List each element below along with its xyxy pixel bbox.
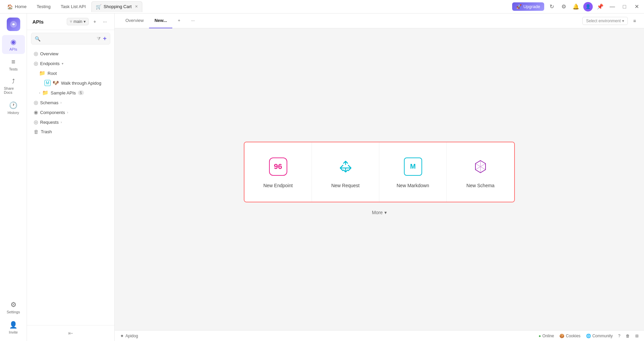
more-tabs-button[interactable]: ··· <box>186 13 200 28</box>
invite-icon: 👤 <box>9 321 18 329</box>
maximize-icon[interactable]: □ <box>620 2 629 11</box>
markdown-icon: M <box>45 80 51 86</box>
delete-button[interactable]: 🗑 <box>626 334 630 338</box>
bottom-bar: ✦ Apidog ● Online 🍪 Cookies 🌐 Community … <box>115 330 644 341</box>
sample-apis-chevron-icon: › <box>39 91 40 95</box>
settings-icon[interactable]: ⚙ <box>559 2 568 11</box>
markdown-card-icon: M <box>402 156 424 177</box>
tree-item-sample-apis[interactable]: › 📁 Sample APIs 5 <box>28 88 113 97</box>
new-request-card[interactable]: New Request <box>312 142 379 202</box>
new-schema-card[interactable]: New Schema <box>447 142 514 202</box>
sidebar-item-history[interactable]: 🕐 History <box>2 98 25 117</box>
pin-icon[interactable]: 📌 <box>595 2 605 11</box>
sidebar-item-tests[interactable]: ≡ Tests <box>2 55 25 74</box>
env-chevron-icon: ▾ <box>622 19 624 23</box>
tests-icon: ≡ <box>11 58 16 66</box>
tab-task-list-api[interactable]: Task List API <box>56 1 90 12</box>
content-header-right: Select environment ▾ ≡ <box>582 17 639 25</box>
panel-header-right: ⑂ main ▾ + ··· <box>67 18 109 26</box>
online-status[interactable]: ● Online <box>538 334 554 338</box>
sidebar-item-share-docs[interactable]: ⤴ Share Docs <box>2 75 25 97</box>
new-endpoint-card[interactable]: 96 New Endpoint <box>244 142 312 202</box>
help-button[interactable]: ? <box>618 334 620 338</box>
markdown-icon-card: M <box>404 158 422 176</box>
tab-new[interactable]: New... <box>149 13 172 28</box>
new-schema-label: New Schema <box>466 183 494 188</box>
tree-item-schemas[interactable]: ◎ Schemas › <box>28 98 113 107</box>
sample-apis-badge: 5 <box>78 90 84 95</box>
shopping-cart-icon: 🛒 <box>96 4 101 9</box>
title-bar: 🏠 Home Testing Task List API 🛒 Shopping … <box>0 0 644 13</box>
close-window-icon[interactable]: ✕ <box>632 2 641 11</box>
minimize-icon[interactable]: — <box>608 2 617 11</box>
new-request-label: New Request <box>331 183 359 188</box>
refresh-icon[interactable]: ↻ <box>547 2 556 11</box>
more-options-icon[interactable]: ··· <box>101 18 109 26</box>
terminal-button[interactable]: ⊞ <box>635 334 639 338</box>
schemas-chevron-icon: › <box>60 101 61 105</box>
content-header: Overview New... + ··· Select environment… <box>115 13 644 28</box>
tree-item-components[interactable]: ◉ Components › <box>28 108 113 117</box>
titlebar-right: 🚀 Upgrade ↻ ⚙ 🔔 👤 📌 — □ ✕ <box>512 2 641 11</box>
online-icon: ● <box>538 334 541 338</box>
avatar[interactable]: 👤 <box>583 2 593 11</box>
schema-card-icon <box>470 156 491 177</box>
sidebar-item-invite[interactable]: 👤 Invite <box>2 318 25 337</box>
overview-icon: ◎ <box>34 51 38 57</box>
new-markdown-card[interactable]: M New Markdown <box>379 142 447 202</box>
history-icon: 🕐 <box>9 101 18 109</box>
components-icon: ◉ <box>34 109 38 115</box>
cookies-button[interactable]: 🍪 Cookies <box>559 334 580 338</box>
notification-icon[interactable]: 🔔 <box>571 2 581 11</box>
rocket-icon: 🚀 <box>516 4 522 9</box>
tree-item-requests[interactable]: ◎ Requests › <box>28 117 113 127</box>
tab-home[interactable]: 🏠 Home <box>3 1 31 12</box>
request-card-icon <box>335 156 356 177</box>
tree-item-trash[interactable]: 🗑 Trash <box>28 127 113 136</box>
tree-item-overview[interactable]: ◎ Overview <box>28 49 113 58</box>
search-input[interactable] <box>42 36 95 41</box>
tree-item-root[interactable]: 📁 Root <box>28 68 113 78</box>
share-docs-icon: ⤴ <box>12 78 15 85</box>
upgrade-button[interactable]: 🚀 Upgrade <box>512 2 544 11</box>
schemas-icon: ◎ <box>34 100 38 106</box>
new-endpoint-label: New Endpoint <box>263 183 293 188</box>
filter-icon[interactable]: ⧩ <box>97 36 101 41</box>
gear-icon: ⚙ <box>10 301 17 309</box>
delete-icon: 🗑 <box>626 334 630 338</box>
panel-header: APIs ⑂ main ▾ + ··· <box>27 13 114 30</box>
apidog-brand: ✦ Apidog <box>120 333 138 339</box>
collapse-panel-button[interactable]: ⇤ <box>65 328 76 338</box>
menu-icon[interactable]: ≡ <box>631 17 639 25</box>
environment-selector[interactable]: Select environment ▾ <box>582 17 628 25</box>
community-button[interactable]: 🌐 Community <box>586 334 613 338</box>
cards-wrapper: 96 New Endpoint <box>244 142 515 217</box>
close-tab-icon[interactable]: ✕ <box>135 4 138 9</box>
home-icon: 🏠 <box>7 4 13 9</box>
tree-item-endpoints[interactable]: ◎ Endpoints ▾ <box>28 59 113 68</box>
more-chevron-icon: ▾ <box>384 210 387 215</box>
chevron-down-icon: ▾ <box>84 19 86 24</box>
add-tab-button[interactable]: + <box>172 13 186 28</box>
dog-emoji-icon: 🐶 <box>53 80 59 86</box>
requests-icon: ◎ <box>34 119 38 125</box>
app-logo[interactable] <box>7 18 20 31</box>
bottom-bar-right: ● Online 🍪 Cookies 🌐 Community ? 🗑 <box>538 334 639 338</box>
schema-icon <box>471 158 490 176</box>
add-item-button[interactable]: + <box>91 18 99 26</box>
cookies-icon: 🍪 <box>559 334 564 338</box>
tab-testing[interactable]: Testing <box>32 1 55 12</box>
sidebar-item-apis[interactable]: ◉ APIs <box>2 35 25 54</box>
tree-item-walk-through[interactable]: M 🐶 Walk through Apidog <box>28 78 113 88</box>
apidog-logo-icon: ✦ <box>120 333 124 339</box>
tab-overview[interactable]: Overview <box>120 13 149 28</box>
search-bar[interactable]: 🔍 ⧩ + <box>31 33 110 45</box>
tab-shopping-cart[interactable]: 🛒 Shopping Cart ✕ <box>91 1 142 12</box>
icon-sidebar: ◉ APIs ≡ Tests ⤴ Share Docs 🕐 History ⚙ … <box>0 13 27 341</box>
sidebar-item-settings[interactable]: ⚙ Settings <box>2 298 25 317</box>
branch-icon: ⑂ <box>70 19 72 24</box>
more-button[interactable]: More ▾ <box>368 208 391 217</box>
main-content: 96 New Endpoint <box>115 28 644 330</box>
add-filter-icon[interactable]: + <box>103 35 107 42</box>
branch-selector[interactable]: ⑂ main ▾ <box>67 18 89 25</box>
